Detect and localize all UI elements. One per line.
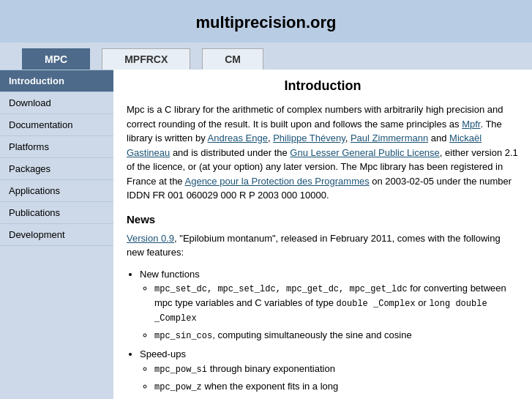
- code-mpc-set-dc: mpc_set_dc, mpc_set_ldc, mpc_get_dc, mpc…: [154, 284, 408, 294]
- new-functions-label: New functions: [140, 269, 200, 280]
- sidebar-item-platforms[interactable]: Platforms: [0, 136, 113, 158]
- intro-text-2: . The library is written by Andreas Enge…: [127, 119, 518, 201]
- speed-ups-label: Speed-ups: [140, 348, 186, 359]
- author-theveny-link[interactable]: Philippe Théveny: [273, 133, 345, 143]
- tab-bar: MPC MPFRCX CM: [0, 42, 532, 70]
- speed-up-item-1: mpc_pow_si through binary exponentiation: [154, 362, 519, 376]
- license-link[interactable]: Gnu Lesser General Public License: [290, 147, 440, 158]
- mpfr-link[interactable]: Mpfr: [462, 119, 480, 130]
- new-function-item-1: mpc_set_dc, mpc_set_ldc, mpc_get_dc, mpc…: [154, 281, 519, 325]
- speed-up-item-2: mpc_pow_z when the exponent fits in a lo…: [154, 379, 519, 394]
- sidebar-item-development[interactable]: Development: [0, 224, 113, 246]
- sidebar-item-publications[interactable]: Publications: [0, 202, 113, 224]
- code-double-complex: double _Complex: [337, 299, 416, 309]
- version-link[interactable]: Version 0.9: [127, 233, 174, 244]
- new-functions-list: mpc_set_dc, mpc_set_ldc, mpc_get_dc, mpc…: [154, 281, 519, 343]
- intro-paragraph: Mpc is a C library for the arithmetic of…: [127, 102, 519, 203]
- author-zimmermann-link[interactable]: Paul Zimmermann: [351, 133, 428, 143]
- code-mpc-pow-z: mpc_pow_z: [154, 382, 202, 392]
- content-title: Introduction: [127, 78, 519, 94]
- tab-mpfrcx[interactable]: MPFRCX: [102, 48, 190, 70]
- news-list: New functions mpc_set_dc, mpc_set_ldc, m…: [140, 267, 519, 400]
- site-title: multiprecision.org: [7, 13, 525, 32]
- sidebar-item-applications[interactable]: Applications: [0, 180, 113, 202]
- author-enge-link[interactable]: Andreas Enge: [208, 133, 268, 143]
- page-header: multiprecision.org: [0, 0, 532, 42]
- tab-cm[interactable]: CM: [202, 48, 263, 70]
- new-function-text-2: , computing simultaneously the sine and …: [212, 329, 411, 340]
- sidebar: Introduction Download Documentation Plat…: [0, 70, 113, 399]
- speed-up-item-3: mpc_tan through the use of mpc_sin_cos: [154, 397, 519, 400]
- sidebar-item-packages[interactable]: Packages: [0, 158, 113, 180]
- intro-text-1: Mpc is a C library for the arithmetic of…: [127, 104, 503, 130]
- sidebar-item-documentation[interactable]: Documentation: [0, 114, 113, 136]
- tab-mpc[interactable]: MPC: [22, 48, 90, 70]
- code-mpc-sin-cos: mpc_sin_cos: [154, 331, 212, 341]
- main-content: Introduction Mpc is a C library for the …: [113, 70, 532, 399]
- main-layout: Introduction Download Documentation Plat…: [0, 70, 532, 399]
- code-mpc-pow-si: mpc_pow_si: [154, 365, 207, 375]
- speed-ups-list: mpc_pow_si through binary exponentiation…: [154, 362, 519, 400]
- sidebar-item-introduction[interactable]: Introduction: [0, 70, 113, 92]
- agence-link[interactable]: Agence pour la Protection des Programmes: [185, 176, 370, 187]
- news-intro: Version 0.9, "Epilobium montanum", relea…: [127, 231, 519, 260]
- sidebar-item-download[interactable]: Download: [0, 92, 113, 114]
- speed-up-text-1: through binary exponentiation: [207, 363, 335, 374]
- news-item-new-functions: New functions mpc_set_dc, mpc_set_ldc, m…: [140, 267, 519, 343]
- news-heading: News: [127, 213, 519, 225]
- news-item-speed-ups: Speed-ups mpc_pow_si through binary expo…: [140, 347, 519, 399]
- code-long-double-complex: long double _Complex: [154, 299, 487, 324]
- speed-up-text-2: when the exponent fits in a long: [202, 381, 338, 392]
- new-function-item-2: mpc_sin_cos, computing simultaneously th…: [154, 328, 519, 343]
- news-text: , "Epilobium montanum", released in Febr…: [127, 233, 501, 258]
